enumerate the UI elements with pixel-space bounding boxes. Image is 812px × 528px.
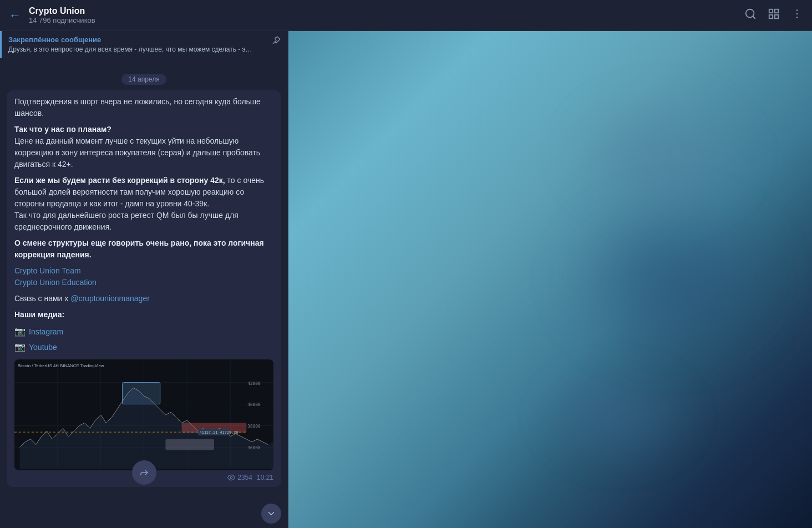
message-bubble: Подтверждения в шорт вчера не ложились, … — [7, 90, 281, 487]
main-content: Закреплённое сообщение Друзья, в это неп… — [0, 31, 812, 528]
views-count: 2354 — [237, 474, 252, 481]
svg-text:Bitcoin / TetherUS 4H BINANCE : Bitcoin / TetherUS 4H BINANCE TradingVie… — [18, 363, 104, 368]
svg-rect-21 — [165, 439, 214, 450]
scroll-bottom-btn[interactable] — [261, 504, 281, 524]
pinned-message-bar[interactable]: Закреплённое сообщение Друзья, в это неп… — [0, 31, 288, 58]
svg-text:41157.21  41729.20: 41157.21 41729.20 — [200, 430, 238, 435]
svg-text:42000: 42000 — [247, 381, 261, 386]
instagram-link[interactable]: 📷 Instagram — [14, 325, 273, 338]
svg-rect-5 — [775, 15, 778, 18]
messages-area[interactable]: 14 апреля Подтверждения в шорт вчера не … — [0, 58, 288, 528]
search-icon[interactable] — [744, 8, 757, 23]
svg-rect-22 — [123, 383, 160, 404]
section2-bold: Если же мы будем расти без коррекций в с… — [14, 176, 225, 185]
message-views: 2354 — [227, 474, 252, 481]
svg-rect-4 — [769, 15, 773, 18]
svg-text:36000: 36000 — [247, 445, 261, 450]
svg-point-31 — [231, 476, 233, 479]
youtube-link[interactable]: 📷 Youtube — [14, 341, 273, 354]
message-section3: О смене структуры еще говорить очень ран… — [14, 237, 273, 261]
contact-link[interactable]: @cruptounionmanager — [70, 294, 150, 303]
youtube-emoji: 📷 — [14, 341, 26, 354]
header-actions — [744, 8, 803, 23]
date-divider: 14 апреля — [7, 74, 281, 84]
pin-icon — [271, 35, 281, 48]
svg-text:38000: 38000 — [247, 424, 261, 429]
section3-bold: О смене структуры еще говорить очень ран… — [14, 238, 264, 259]
message-section2: Если же мы будем расти без коррекций в с… — [14, 175, 273, 233]
right-panel — [288, 31, 812, 528]
contact-text: Связь с нами х — [14, 294, 70, 303]
svg-point-7 — [796, 13, 798, 15]
media-links: 📷 Instagram 📷 Youtube — [14, 325, 273, 354]
youtube-label: Youtube — [29, 342, 57, 353]
chart-image[interactable]: 42000 40000 38000 36000 Bitcoin / Tether… — [14, 359, 273, 470]
svg-point-8 — [796, 17, 798, 18]
svg-line-1 — [753, 16, 755, 18]
more-icon[interactable] — [791, 8, 803, 23]
pinned-label: Закреплённое сообщение — [8, 35, 267, 44]
message-section1: Так что у нас по планам? Цене на данный … — [14, 124, 273, 170]
message-contact: Связь с нами х @cruptounionmanager — [14, 293, 273, 304]
forward-button[interactable] — [132, 460, 156, 485]
channel-title: Crypto Union — [29, 6, 744, 16]
header: ← Crypto Union 14 796 подписчиков — [0, 0, 812, 31]
layout-icon[interactable] — [768, 8, 780, 23]
chart-svg: 42000 40000 38000 36000 Bitcoin / Tether… — [14, 359, 273, 470]
section1-text: Цене на данный момент лучше с текущих уй… — [14, 136, 260, 169]
subscriber-count: 14 796 подписчиков — [29, 16, 744, 24]
pinned-text: Друзья, в это непростое для всех время -… — [8, 45, 252, 53]
message-media-title: Наши медиа: — [14, 309, 273, 321]
svg-point-6 — [796, 9, 798, 11]
section1-title: Так что у нас по планам? — [14, 125, 111, 134]
svg-rect-3 — [775, 9, 778, 13]
pinned-content: Закреплённое сообщение Друзья, в это неп… — [8, 35, 267, 53]
svg-rect-2 — [769, 9, 773, 13]
team-link[interactable]: Crypto Union Team — [14, 266, 81, 275]
message-text: Подтверждения в шорт вчера не ложились, … — [14, 96, 273, 470]
message-intro: Подтверждения в шорт вчера не ложились, … — [14, 96, 273, 119]
svg-text:40000: 40000 — [247, 402, 261, 407]
message-time: 10:21 — [257, 474, 273, 481]
instagram-emoji: 📷 — [14, 325, 26, 338]
instagram-label: Instagram — [29, 326, 63, 338]
chat-panel: Закреплённое сообщение Друзья, в это неп… — [0, 31, 288, 528]
message-links: Crypto Union Team Crypto Union Education — [14, 265, 273, 288]
channel-info: Crypto Union 14 796 подписчиков — [29, 6, 744, 24]
education-link[interactable]: Crypto Union Education — [14, 278, 97, 287]
background-image — [288, 31, 812, 528]
media-title: Наши медиа: — [14, 310, 64, 319]
back-button[interactable]: ← — [9, 8, 21, 23]
